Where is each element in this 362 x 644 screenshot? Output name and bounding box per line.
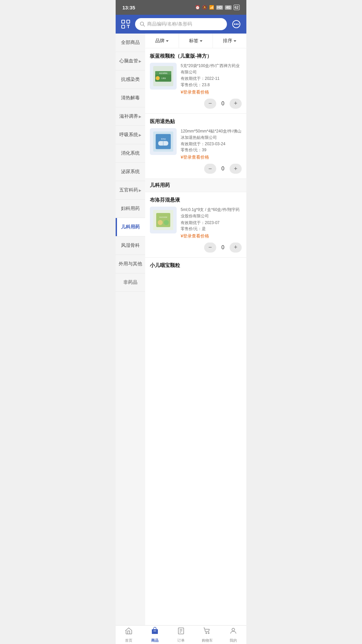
- product-name: 板蓝根颗粒（儿童版-禅方）: [150, 53, 242, 59]
- qty-value: 0: [216, 166, 230, 172]
- sidebar-item-rheum[interactable]: 风湿骨科: [116, 236, 145, 255]
- sidebar-item-topical[interactable]: 外用与其他: [116, 255, 145, 273]
- svg-point-26: [158, 220, 163, 225]
- qty-minus-button[interactable]: −: [204, 164, 216, 174]
- bottom-nav: 首页 商品 订单: [116, 625, 246, 644]
- svg-point-10: [236, 23, 237, 25]
- product-expiry: 有效期优于：2022-11: [181, 75, 242, 82]
- svg-point-36: [232, 628, 235, 631]
- qty-plus-button[interactable]: +: [230, 99, 242, 109]
- sidebar-arrow-icon: ▶: [139, 115, 141, 118]
- brand-arrow-icon: [166, 40, 169, 42]
- goods-icon: [151, 627, 159, 637]
- status-icons: ⏰ 🔕 📶 HD 4G 62: [195, 5, 240, 10]
- signal-icon: 4G: [225, 5, 231, 10]
- filter-sort[interactable]: 排序: [213, 34, 246, 48]
- filter-bar: 品牌 标签 排序: [145, 34, 246, 48]
- product-spec: 120mm*50mm*4贴*240盒/件/佛山冰加退热贴有限公司: [181, 128, 242, 141]
- svg-rect-28: [152, 629, 158, 634]
- svg-point-35: [208, 633, 209, 634]
- sidebar-item-clearHeat[interactable]: 清热解毒: [116, 89, 145, 107]
- sidebar-item-digestive[interactable]: 消化系统: [116, 144, 145, 163]
- search-bar[interactable]: 商品编码/名称/条形码: [135, 18, 227, 30]
- sidebar: 全部商品心脑血管▶抗感染类清热解毒滋补调养▶呼吸系统▶消化系统泌尿系统五官科药▶…: [116, 34, 145, 644]
- sidebar-item-antiinfect[interactable]: 抗感染类: [116, 70, 145, 89]
- nav-mine[interactable]: 我的: [220, 626, 246, 644]
- svg-rect-2: [122, 25, 125, 28]
- filter-tag[interactable]: 标签: [179, 34, 213, 48]
- sidebar-item-urinary[interactable]: 泌尿系统: [116, 163, 145, 181]
- svg-rect-24: [156, 213, 170, 227]
- product-name: 医用退热贴: [150, 118, 242, 125]
- qty-minus-button[interactable]: −: [204, 243, 216, 253]
- scan-button[interactable]: [120, 18, 132, 30]
- status-time: 13:35: [122, 5, 135, 10]
- product-spec: 5ml;0.1g*9支 / 盒*60盒/件/翔宇药业股份有限公司: [181, 207, 242, 219]
- home-icon: [125, 627, 133, 637]
- sidebar-item-all[interactable]: 全部商品: [116, 34, 145, 52]
- svg-point-16: [156, 76, 160, 80]
- nav-home-label: 首页: [125, 638, 132, 643]
- qty-plus-button[interactable]: +: [230, 243, 242, 253]
- product-login-price[interactable]: ¥登录查看价格: [181, 233, 242, 239]
- wifi-icon: 📶: [209, 5, 214, 10]
- svg-point-9: [234, 23, 235, 25]
- filter-brand[interactable]: 品牌: [145, 34, 179, 48]
- svg-text:板蓝根颗粒: 板蓝根颗粒: [159, 72, 168, 74]
- product-image: 板蓝根颗粒 儿童版: [150, 63, 177, 90]
- alarm-icon: ⏰: [195, 5, 200, 10]
- product-spec: 5克*20袋*100盒/件/广西禅方药业有限公司: [181, 63, 242, 75]
- product-image: 退热贴: [150, 128, 177, 155]
- product-list: 板蓝根颗粒（儿童版-禅方） 板蓝根颗粒 儿童版 5克*20袋*100盒/件/广西…: [145, 48, 246, 644]
- sidebar-item-pediatric[interactable]: 儿科用药: [116, 218, 145, 236]
- qty-value: 0: [216, 245, 230, 251]
- product-item: 布洛芬混悬液 布洛芬混悬液 5ml;0.1g*9支 / 盒*60盒/件/翔宇药业…: [145, 192, 246, 258]
- product-retail-price: 零售价/元：是: [181, 226, 242, 232]
- sidebar-item-tonify[interactable]: 滋补调养▶: [116, 107, 145, 126]
- svg-point-11: [237, 23, 239, 25]
- sidebar-item-nonDrug[interactable]: 非药品: [116, 273, 145, 292]
- product-login-price[interactable]: ¥登录查看价格: [181, 89, 242, 95]
- product-image: 布洛芬混悬液: [150, 207, 177, 233]
- qty-plus-button[interactable]: +: [230, 164, 242, 174]
- orders-icon: [177, 627, 185, 637]
- product-item-partial: 小儿咽宝颗粒: [145, 258, 246, 269]
- search-placeholder: 商品编码/名称/条形码: [147, 21, 192, 27]
- svg-line-7: [143, 25, 145, 26]
- product-retail-price: 零售价/元：39: [181, 147, 242, 153]
- status-bar: 13:35 ⏰ 🔕 📶 HD 4G 62: [116, 0, 246, 15]
- nav-mine-label: 我的: [230, 638, 237, 643]
- cart-icon: [203, 627, 211, 637]
- svg-point-27: [164, 220, 169, 225]
- sidebar-item-cardio[interactable]: 心脑血管▶: [116, 52, 145, 70]
- product-login-price[interactable]: ¥登录查看价格: [181, 154, 242, 160]
- mine-icon: [229, 627, 237, 637]
- nav-orders[interactable]: 订单: [168, 626, 194, 644]
- svg-text:儿童版: 儿童版: [161, 77, 166, 79]
- sidebar-arrow-icon: ▶: [139, 133, 141, 137]
- nav-goods-label: 商品: [151, 638, 159, 643]
- qty-minus-button[interactable]: −: [204, 99, 216, 109]
- header: 商品编码/名称/条形码: [116, 15, 246, 34]
- sidebar-item-gynecology[interactable]: 妇科用药: [116, 200, 145, 218]
- message-button[interactable]: [230, 18, 242, 30]
- sidebar-item-fiveSenses[interactable]: 五官科药▶: [116, 181, 145, 200]
- nav-orders-label: 订单: [177, 638, 185, 643]
- nav-home[interactable]: 首页: [116, 626, 142, 644]
- sidebar-item-respiratory[interactable]: 呼吸系统▶: [116, 126, 145, 144]
- svg-rect-0: [122, 20, 125, 23]
- tag-arrow-icon: [200, 40, 202, 42]
- sort-arrow-icon: [234, 40, 236, 42]
- svg-rect-1: [127, 20, 130, 23]
- qty-value: 0: [216, 101, 230, 107]
- product-item: 医用退热贴 退热贴 120mm*50mm*4贴*240盒/件/佛山冰加退热贴有限…: [145, 114, 246, 179]
- hd-icon: HD: [216, 5, 223, 10]
- nav-cart[interactable]: 购物车: [194, 626, 220, 644]
- sidebar-arrow-icon: ▶: [139, 189, 141, 192]
- search-icon: [140, 21, 145, 27]
- product-item: 板蓝根颗粒（儿童版-禅方） 板蓝根颗粒 儿童版 5克*20袋*100盒/件/广西…: [145, 48, 246, 114]
- product-name: 小儿咽宝颗粒: [150, 262, 242, 269]
- svg-point-34: [206, 633, 207, 634]
- nav-goods[interactable]: 商品: [142, 626, 168, 644]
- nav-cart-label: 购物车: [202, 638, 213, 643]
